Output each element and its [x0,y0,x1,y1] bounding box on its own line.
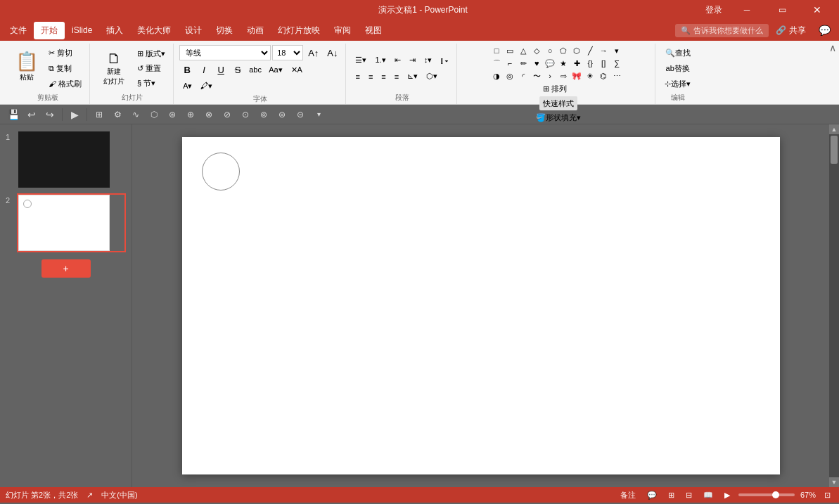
shape-badge[interactable]: ⌬ [597,70,610,82]
clear-format-button[interactable]: ✕A [288,63,306,77]
shape-equation[interactable]: ∑ [610,58,623,69]
reset-button[interactable]: ↺ 重置 [134,61,169,75]
scroll-down-button[interactable]: ▼ [829,477,839,487]
align-left-button[interactable]: ≡ [352,70,363,84]
slide-start-button[interactable]: ▶ [67,107,82,122]
shape-blockArrow[interactable]: ⇨ [557,70,570,82]
shape-curve[interactable]: ⌒ [490,58,503,69]
toolbar-item1[interactable]: ⊞ [91,107,107,122]
slide-thumb-1[interactable] [17,130,126,189]
toolbar-item7[interactable]: ⊗ [201,107,217,122]
strikethrough-button[interactable]: S [230,63,245,77]
new-slide-button[interactable]: 🗋 新建 幻灯片 [96,47,132,89]
shape-hexagon[interactable]: ⬡ [570,45,583,56]
shape-callout[interactable]: 💬 [544,58,556,69]
section-button[interactable]: § 节▾ [134,76,169,90]
font-color-button[interactable]: A▾ [179,79,196,93]
save-button[interactable]: 💾 [6,107,21,122]
bullet-button[interactable]: ☰▾ [352,53,370,67]
menu-item-file[interactable]: 文件 [3,22,34,39]
font-size-select[interactable]: 18 [272,45,303,60]
shape-chevron[interactable]: › [544,70,556,82]
search-bar[interactable]: 🔍 告诉我你想要做什么 [675,24,769,37]
menu-item-design[interactable]: 设计 [178,22,209,39]
line-spacing-button[interactable]: ↕▾ [421,53,436,67]
toolbar-more[interactable]: ▾ [311,107,326,122]
shape-circle[interactable]: ○ [544,45,556,56]
slide-thumb-2[interactable] [17,193,126,252]
shape-heart[interactable]: ♥ [530,58,543,69]
login-button[interactable]: 登录 [700,3,728,18]
paste-button[interactable]: 📋 粘贴 [10,45,44,87]
align-right-button[interactable]: ≡ [378,70,389,84]
char-spacing-button[interactable]: abc [247,63,264,77]
shape-fill-button[interactable]: 🪣 形状填充▾ [532,110,584,124]
increase-indent-button[interactable]: ⇥ [406,53,419,67]
zoom-thumb[interactable] [772,491,779,498]
shape-line[interactable]: ╱ [584,45,596,56]
toolbar-item4[interactable]: ⬡ [146,107,162,122]
minimize-icon[interactable]: ─ [731,0,763,20]
circle-shape[interactable] [202,153,240,190]
convert-smartart-button[interactable]: ⬡▾ [423,70,441,84]
arrange-button[interactable]: ⊞ 排列 [539,82,577,96]
select-button[interactable]: ⊹ 选择▾ [661,77,694,91]
case-button[interactable]: Aa▾ [265,63,286,77]
menu-item-islide[interactable]: iSlide [65,22,99,38]
text-highlight-button[interactable]: 🖍▾ [197,79,216,93]
shape-arrow[interactable]: → [597,45,610,56]
shape-cross[interactable]: ✚ [570,58,583,69]
comment-icon[interactable]: 💬 [813,23,836,37]
quick-style-button[interactable]: 快速样式 [539,96,577,110]
toolbar-item12[interactable]: ⊝ [293,107,308,122]
reading-view-button[interactable]: 📖 [700,490,716,500]
copy-button[interactable]: ⧉ 复制 [45,61,85,75]
numbering-button[interactable]: 1.▾ [371,53,389,67]
shape-triangle[interactable]: △ [517,45,530,56]
shape-star[interactable]: ★ [557,58,570,69]
shape-sun[interactable]: ☀ [584,70,596,82]
underline-button[interactable]: U [213,63,229,77]
layout-button[interactable]: ⊞ 版式▾ [134,46,169,60]
menu-item-animation[interactable]: 动画 [240,22,271,39]
replace-button[interactable]: ab 替换 [662,61,693,75]
menu-item-beautify[interactable]: 美化大师 [130,22,178,39]
toolbar-item11[interactable]: ⊜ [274,107,290,122]
toolbar-item10[interactable]: ⊚ [256,107,271,122]
accessibility-check-icon[interactable]: ↗ [87,491,93,500]
shape-bracket[interactable]: [] [597,58,610,69]
shape-half-circle[interactable]: ◑ [490,70,503,82]
bold-button[interactable]: B [179,63,195,77]
toolbar-item8[interactable]: ⊘ [219,107,235,122]
undo-button[interactable]: ↩ [24,107,39,122]
comments-button[interactable]: 💬 [644,490,660,500]
scroll-thumb[interactable] [831,136,838,164]
text-direction-button[interactable]: ⊾▾ [404,70,421,84]
scroll-up-button[interactable]: ▲ [829,124,839,134]
shape-ribbon[interactable]: 🎀 [570,70,583,82]
add-slide-button[interactable]: + [41,259,91,278]
redo-button[interactable]: ↪ [42,107,58,122]
toolbar-item9[interactable]: ⊙ [238,107,253,122]
decrease-font-button[interactable]: A↓ [324,46,341,60]
shape-more[interactable]: ▾ [610,45,623,56]
share-button[interactable]: 🔗 共享 [769,23,813,38]
decrease-indent-button[interactable]: ⇤ [391,53,404,67]
shape-freeform[interactable]: ✏ [517,58,530,69]
scroll-track[interactable] [829,134,839,477]
italic-button[interactable]: I [196,63,212,77]
menu-item-view[interactable]: 视图 [358,22,389,39]
menu-item-transition[interactable]: 切换 [209,22,240,39]
ribbon-collapse-button[interactable]: ∧ [829,42,836,53]
menu-item-home[interactable]: 开始 [34,22,65,39]
restore-icon[interactable]: ▭ [766,0,798,20]
toolbar-item6[interactable]: ⊕ [183,107,198,122]
shape-brace[interactable]: {} [584,58,596,69]
shape-more2[interactable]: ⋯ [610,70,623,82]
shape-ring[interactable]: ◎ [504,70,516,82]
shape-rect[interactable]: □ [490,45,503,56]
notes-button[interactable]: 备注 [617,489,639,501]
column-button[interactable]: ⫿▾ [437,53,452,67]
zoom-slider[interactable] [738,493,795,496]
fit-slide-button[interactable]: ⊡ [821,490,833,500]
